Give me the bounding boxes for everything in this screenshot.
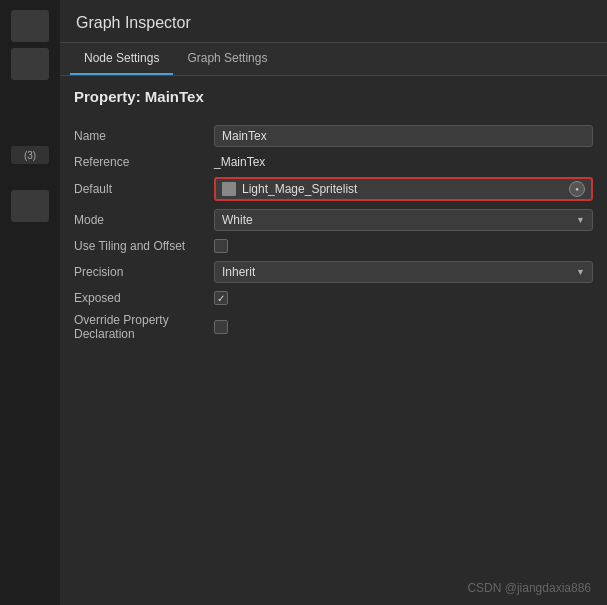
override-label: Override Property Declaration bbox=[74, 313, 214, 341]
form-grid: Name Reference _MainTex Default Light_Ma… bbox=[74, 125, 593, 341]
main-panel: Graph Inspector Node Settings Graph Sett… bbox=[60, 0, 607, 605]
mode-dropdown[interactable]: White ▼ bbox=[214, 209, 593, 231]
precision-dropdown-arrow: ▼ bbox=[576, 267, 585, 277]
tiling-checkbox-wrapper bbox=[214, 239, 593, 253]
default-texture-name: Light_Mage_Spritelist bbox=[242, 182, 563, 196]
exposed-label: Exposed bbox=[74, 291, 214, 305]
precision-label: Precision bbox=[74, 265, 214, 279]
sidebar-block-2 bbox=[11, 48, 49, 80]
sidebar-block-label: (3) bbox=[11, 146, 49, 164]
tab-node-settings[interactable]: Node Settings bbox=[70, 43, 173, 75]
tab-graph-settings[interactable]: Graph Settings bbox=[173, 43, 281, 75]
sidebar-block-3 bbox=[11, 190, 49, 222]
override-checkbox-wrapper bbox=[214, 320, 593, 334]
reference-label: Reference bbox=[74, 155, 214, 169]
default-pick-button[interactable] bbox=[569, 181, 585, 197]
default-label: Default bbox=[74, 182, 214, 196]
left-sidebar: (3) bbox=[0, 0, 60, 605]
reference-value: _MainTex bbox=[214, 155, 593, 169]
inspector-body: Property: MainTex Name Reference _MainTe… bbox=[60, 76, 607, 571]
texture-icon bbox=[222, 182, 236, 196]
property-title: Property: MainTex bbox=[74, 88, 593, 109]
exposed-checkbox[interactable] bbox=[214, 291, 228, 305]
mode-dropdown-arrow: ▼ bbox=[576, 215, 585, 225]
override-checkbox[interactable] bbox=[214, 320, 228, 334]
tabs-row: Node Settings Graph Settings bbox=[60, 43, 607, 76]
watermark: CSDN @jiangdaxia886 bbox=[60, 571, 607, 605]
precision-dropdown[interactable]: Inherit ▼ bbox=[214, 261, 593, 283]
graph-inspector-title: Graph Inspector bbox=[60, 0, 607, 43]
tiling-label: Use Tiling and Offset bbox=[74, 239, 214, 253]
default-field[interactable]: Light_Mage_Spritelist bbox=[214, 177, 593, 201]
exposed-checkbox-wrapper bbox=[214, 291, 593, 305]
tiling-checkbox[interactable] bbox=[214, 239, 228, 253]
name-input[interactable] bbox=[214, 125, 593, 147]
sidebar-block-1 bbox=[11, 10, 49, 42]
mode-label: Mode bbox=[74, 213, 214, 227]
precision-value: Inherit bbox=[222, 265, 255, 279]
mode-value: White bbox=[222, 213, 253, 227]
name-label: Name bbox=[74, 129, 214, 143]
